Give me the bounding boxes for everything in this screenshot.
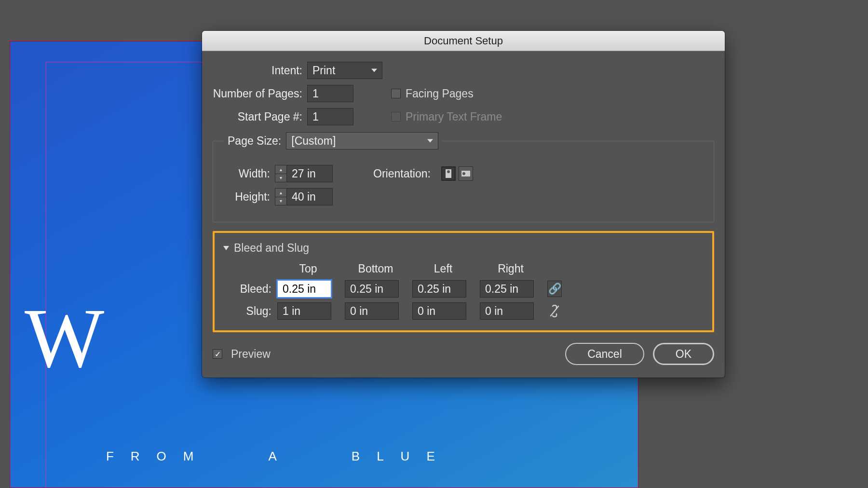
start-page-value: 1 <box>312 110 319 123</box>
slug-link-toggle[interactable] <box>547 303 562 319</box>
intent-value: Print <box>312 64 335 77</box>
link-icon: 🔗 <box>548 283 561 295</box>
intent-label: Intent: <box>213 64 302 77</box>
bleed-left-value: 0.25 in <box>418 283 451 296</box>
chevron-down-icon[interactable]: ▾ <box>275 197 286 205</box>
width-input[interactable]: 27 in <box>286 165 333 182</box>
document-setup-dialog: Document Setup Intent: Print Number of P… <box>202 31 725 378</box>
poster-tagline: FROMABLUE <box>25 434 452 479</box>
bleed-label: Bleed: <box>233 283 271 296</box>
col-top: Top <box>277 262 339 275</box>
height-value: 40 in <box>292 190 316 203</box>
page-size-group: Page Size: [Custom] Width: ▴▾ 27 in Orie… <box>213 132 714 222</box>
bleed-right-input[interactable]: 0.25 in <box>480 280 534 298</box>
bleed-top-value: 0.25 in <box>283 283 316 296</box>
height-input[interactable]: 40 in <box>286 188 333 205</box>
preview-label: Preview <box>231 348 271 361</box>
svg-line-0 <box>551 306 558 316</box>
width-value: 27 in <box>292 167 316 180</box>
orientation-label: Orientation: <box>373 167 431 180</box>
col-bottom: Bottom <box>345 262 407 275</box>
orientation-landscape-button[interactable] <box>459 166 473 181</box>
portrait-icon <box>446 169 451 178</box>
dialog-title: Document Setup <box>202 31 725 51</box>
stepper-buttons[interactable]: ▴▾ <box>275 165 286 182</box>
chevron-down-icon <box>223 246 229 250</box>
slug-left-value: 0 in <box>418 305 435 318</box>
cancel-button[interactable]: Cancel <box>565 343 644 365</box>
height-label: Height: <box>224 190 270 203</box>
landscape-icon <box>461 171 470 176</box>
slug-label: Slug: <box>233 305 271 318</box>
slug-top-input[interactable]: 1 in <box>277 302 331 320</box>
slug-left-input[interactable]: 0 in <box>412 302 466 320</box>
chevron-down-icon <box>371 69 377 72</box>
ok-button[interactable]: OK <box>653 343 714 365</box>
facing-pages-checkbox[interactable] <box>391 89 401 98</box>
num-pages-value: 1 <box>312 87 319 100</box>
bleed-left-input[interactable]: 0.25 in <box>412 280 466 298</box>
num-pages-input[interactable]: 1 <box>307 85 353 102</box>
chevron-down-icon[interactable]: ▾ <box>275 174 286 182</box>
width-stepper[interactable]: ▴▾ 27 in <box>275 165 333 182</box>
facing-pages-label: Facing Pages <box>406 87 474 100</box>
primary-text-frame-checkbox <box>391 112 401 122</box>
page-size-value: [Custom] <box>291 135 336 148</box>
col-left: Left <box>412 262 474 275</box>
bleed-link-toggle[interactable]: 🔗 <box>547 281 562 297</box>
chevron-down-icon <box>427 139 433 143</box>
chevron-up-icon[interactable]: ▴ <box>275 165 286 174</box>
slug-right-input[interactable]: 0 in <box>480 302 534 320</box>
start-page-input[interactable]: 1 <box>307 108 353 125</box>
bleed-slug-title: Bleed and Slug <box>234 242 309 255</box>
height-stepper[interactable]: ▴▾ 40 in <box>275 188 333 205</box>
num-pages-label: Number of Pages: <box>213 87 302 100</box>
unlink-icon <box>549 305 560 317</box>
slug-top-value: 1 in <box>283 305 300 318</box>
preview-checkbox[interactable]: ✓ <box>213 349 222 359</box>
slug-bottom-input[interactable]: 0 in <box>345 302 399 320</box>
start-page-label: Start Page #: <box>213 110 302 123</box>
orientation-portrait-button[interactable] <box>441 166 456 181</box>
poster-word: A <box>268 449 293 463</box>
bleed-bottom-value: 0.25 in <box>350 283 383 296</box>
poster-word: FROM <box>106 449 211 463</box>
bleed-and-slug-section: Bleed and Slug Top Bottom Left Right Ble… <box>213 231 714 332</box>
primary-text-frame-label: Primary Text Frame <box>406 110 502 123</box>
cancel-label: Cancel <box>587 348 622 361</box>
slug-bottom-value: 0 in <box>350 305 368 318</box>
col-right: Right <box>480 262 542 275</box>
stepper-buttons[interactable]: ▴▾ <box>275 188 286 205</box>
page-size-select[interactable]: [Custom] <box>286 132 438 149</box>
poster-large-letters: W I <box>25 290 229 387</box>
bleed-top-input[interactable]: 0.25 in <box>277 280 331 298</box>
bleed-bottom-input[interactable]: 0.25 in <box>345 280 399 298</box>
bleed-slug-disclosure[interactable]: Bleed and Slug <box>223 242 704 255</box>
ok-label: OK <box>676 348 692 361</box>
intent-select[interactable]: Print <box>307 62 382 79</box>
width-label: Width: <box>224 167 270 180</box>
bleed-right-value: 0.25 in <box>485 283 518 296</box>
poster-word: BLUE <box>352 449 452 463</box>
page-size-label: Page Size: <box>228 135 281 148</box>
chevron-up-icon[interactable]: ▴ <box>275 189 286 197</box>
slug-right-value: 0 in <box>485 305 503 318</box>
poster-letter: W <box>25 290 104 387</box>
